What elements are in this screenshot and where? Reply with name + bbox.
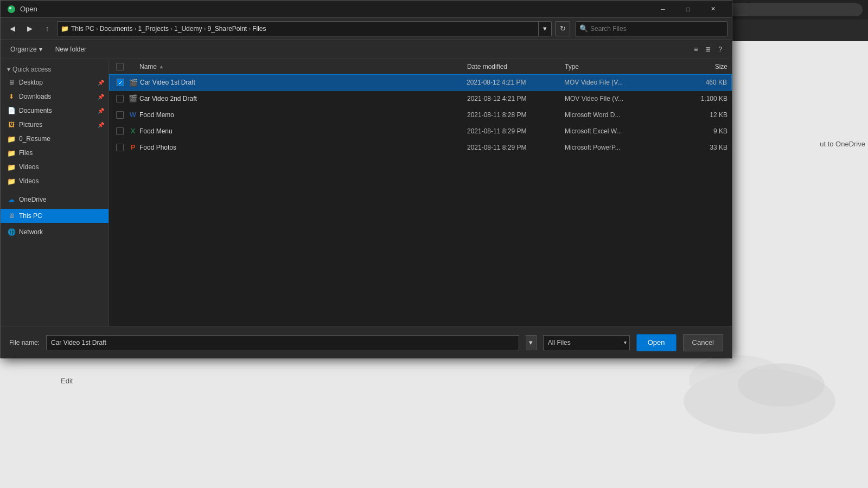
sidebar-item-documents[interactable]: 📄 Documents 📌 [1,104,108,118]
organize-chevron-icon: ▾ [39,46,42,53]
column-name-header[interactable]: Name ▲ [139,63,467,70]
folder-videos1-icon: 📁 [7,163,16,171]
sidebar-item-network[interactable]: 🌐 Network [1,225,108,239]
folder-0resume-icon: 📁 [7,134,16,143]
breadcrumb-documents[interactable]: Documents [100,25,133,33]
quick-access-section: ▾ Quick access [1,61,108,75]
sidebar-item-files[interactable]: 📁 Files [1,146,108,160]
size-car-video-1st: 460 KB [673,79,727,86]
sidebar-0resume-label: 0_Resume [19,135,50,143]
dialog-icon [7,5,16,14]
size-food-memo: 12 KB [673,111,727,119]
new-folder-label: New folder [55,46,86,53]
organize-label: Organize [10,46,37,53]
action-bar: Organize ▾ New folder ≡ ⊞ ? [1,40,732,59]
downloads-pin-icon: 📌 [98,94,104,100]
help-icon: ? [718,46,722,53]
view-list-button[interactable]: ≡ [691,43,701,55]
view-help-button[interactable]: ? [715,43,725,55]
column-type-header[interactable]: Type [565,63,673,70]
type-food-photos: Microsoft PowerP... [565,144,673,151]
documents-pin-icon: 📌 [98,108,104,114]
view-details-button[interactable]: ⊞ [702,43,714,55]
forward-button[interactable]: ▶ [22,21,37,36]
new-folder-button[interactable]: New folder [52,43,90,55]
file-checkbox-2[interactable] [116,95,124,102]
sidebar-videos1-label: Videos [19,163,39,171]
minimize-button[interactable]: ─ [650,1,675,18]
date-food-memo: 2021-08-11 8:28 PM [467,111,565,119]
video-file-icon-1: 🎬 [129,79,138,87]
cancel-button[interactable]: Cancel [683,334,723,351]
breadcrumb-1projects[interactable]: 1_Projects [138,25,169,33]
file-name-input[interactable] [46,335,519,350]
sidebar-item-downloads[interactable]: ⬇ Downloads 📌 [1,89,108,104]
sidebar-desktop-label: Desktop [19,79,43,86]
up-button[interactable]: ↑ [40,21,55,36]
sidebar-item-onedrive[interactable]: ☁ OneDrive [1,192,108,207]
sidebar-videos2-label: Videos [19,177,39,185]
video-file-icon-2: 🎬 [129,94,137,102]
sidebar-thispc-label: This PC [19,212,42,220]
file-type-select[interactable]: All Files [543,335,630,350]
close-button[interactable]: ✕ [700,1,725,18]
breadcrumb-home-icon: 📁 [61,25,69,33]
main-content: ▾ Quick access 🖥 Desktop 📌 ⬇ Downloads 📌… [1,59,732,326]
file-checkbox-4[interactable] [116,127,124,135]
file-row-car-video-2nd[interactable]: 🎬 Car Video 2nd Draft 2021-08-12 4:21 PM… [109,91,732,107]
onedrive-sidebar-text: ut to OneDrive [820,140,865,148]
sidebar-item-videos2[interactable]: 📁 Videos [1,174,108,188]
sort-arrow-icon: ▲ [159,64,164,69]
file-row-food-menu[interactable]: X Food Menu 2021-08-11 8:29 PM Microsoft… [109,123,732,139]
search-icon: 🔍 [579,24,588,33]
sidebar-pictures-label: Pictures [19,121,42,129]
column-size-header[interactable]: Size [673,63,727,70]
address-bar[interactable]: 📁 This PC › Documents › 1_Projects › 1_U… [57,21,552,36]
sidebar-item-desktop[interactable]: 🖥 Desktop 📌 [1,75,108,89]
pictures-icon: 🖼 [7,120,16,129]
quick-access-chevron-icon: ▾ [7,66,10,73]
organize-button[interactable]: Organize ▾ [7,43,46,55]
date-food-photos: 2021-08-11 8:29 PM [467,144,565,151]
file-type-wrapper: All Files ▾ [543,335,630,350]
breadcrumb-files[interactable]: Files [252,25,266,33]
sidebar-item-0resume[interactable]: 📁 0_Resume [1,132,108,146]
file-row-food-photos[interactable]: P Food Photos 2021-08-11 8:29 PM Microso… [109,139,732,156]
header-checkbox[interactable] [116,63,124,70]
word-file-icon: W [130,111,136,119]
file-checkbox-3[interactable] [116,111,124,119]
maximize-button[interactable]: □ [675,1,700,18]
address-dropdown-button[interactable]: ▾ [538,21,551,36]
network-icon: 🌐 [7,228,16,236]
folder-videos2-icon: 📁 [7,177,16,185]
breadcrumb-thispc[interactable]: This PC [71,25,94,33]
downloads-icon: ⬇ [7,92,16,101]
sidebar-item-thispc[interactable]: 🖥 This PC [1,209,108,223]
sidebar-item-videos1[interactable]: 📁 Videos [1,160,108,174]
onedrive-icon: ☁ [7,195,16,204]
svg-point-4 [9,7,11,9]
search-input[interactable] [590,25,724,33]
refresh-button[interactable]: ↻ [555,21,570,36]
thispc-icon: 🖥 [7,211,16,220]
file-checkbox-1[interactable]: ✓ [117,79,124,86]
file-checkbox-5[interactable] [116,144,124,151]
breadcrumb-9sharepoint[interactable]: 9_SharePoint [207,25,247,33]
ppt-file-icon: P [131,143,136,151]
size-food-menu: 9 KB [673,127,727,135]
breadcrumb-1udemy[interactable]: 1_Udemy [174,25,202,33]
view-list-icon: ≡ [694,46,698,53]
sidebar-item-pictures[interactable]: 🖼 Pictures 📌 [1,118,108,132]
svg-point-3 [8,5,15,13]
search-box[interactable]: 🔍 [576,21,727,36]
back-button[interactable]: ◀ [5,21,20,36]
open-button[interactable]: Open [636,334,676,351]
file-row-food-memo[interactable]: W Food Memo 2021-08-11 8:28 PM Microsoft… [109,107,732,123]
filename-car-video-2nd: Car Video 2nd Draft [139,95,467,102]
bottom-bar: File name: ▾ All Files ▾ Open Cancel [1,326,732,358]
folder-files-icon: 📁 [7,149,16,157]
file-name-dropdown-button[interactable]: ▾ [526,335,537,350]
file-row-car-video-1st[interactable]: ✓ 🎬 Car Video 1st Draft 2021-08-12 4:21 … [109,74,732,91]
column-date-header[interactable]: Date modified [467,63,565,70]
dialog-title: Open [20,5,37,13]
